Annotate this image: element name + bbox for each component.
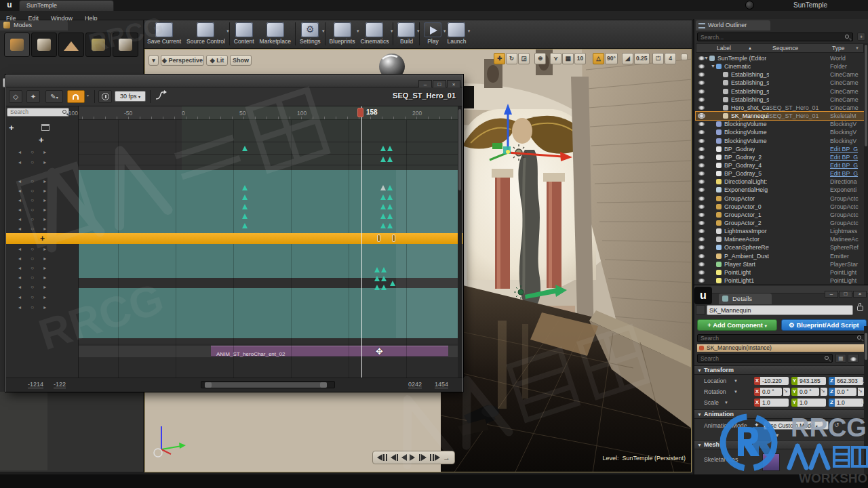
outliner-row-bp-godray[interactable]: BP_GodrayEdit BP_G (696, 145, 864, 153)
outliner-row-groupactor-2[interactable]: GroupActor_2GroupActc (696, 219, 864, 227)
outliner-row-establishing-s[interactable]: Establishing_sCineCame (696, 87, 864, 96)
visibility-eye-icon[interactable] (698, 205, 705, 209)
loop-button[interactable]: → (443, 453, 450, 462)
keyframe-options-icon[interactable]: ✦ (26, 90, 40, 103)
key-nav-buttons[interactable]: ◂ ○ ▸ (18, 216, 66, 223)
toolbar-marketplace-button[interactable]: Marketplace (260, 22, 291, 45)
sequencer-tracks-area[interactable]: ANIM_ST_heroChar_ent_02 ✥ (79, 120, 459, 378)
range-start-outer[interactable]: -1214 (28, 381, 43, 388)
keyframe-marker[interactable] (381, 285, 387, 290)
transform-section-header[interactable]: ▼Transform (694, 365, 868, 375)
key-nav-buttons[interactable]: ◂ ○ ▸ (18, 188, 66, 195)
visibility-eye-icon[interactable] (698, 237, 705, 241)
outliner-filter-icon[interactable]: + (857, 33, 865, 41)
toolbar-build-button[interactable]: Build▾ (397, 22, 415, 45)
keyframe-marker[interactable] (387, 214, 393, 219)
toolbar-launch-button[interactable]: Launch▾ (447, 22, 466, 45)
jump-to-start-button[interactable] (377, 453, 388, 462)
selected-keyframe[interactable] (377, 235, 380, 242)
toolbar-blueprints-button[interactable]: Blueprints▾ (330, 22, 355, 45)
sequencer-title-bar[interactable]: –□× (6, 75, 462, 87)
outliner-row-bp-godray-5[interactable]: BP_Godray_5Edit BP_G (696, 169, 864, 178)
keyframe-marker[interactable] (242, 204, 248, 209)
visibility-eye-icon[interactable] (698, 197, 705, 201)
lock-icon[interactable] (857, 306, 863, 311)
toolbar-settings-button[interactable]: Settings▾ (300, 22, 321, 45)
edit-blueprint-link[interactable]: Edit BP_G (830, 161, 868, 169)
outliner-column-headers[interactable]: Label ▲ Sequence Type ▼ (696, 43, 864, 53)
snap-toggle-icon[interactable] (67, 90, 85, 103)
outliner-row-groupactor-0[interactable]: GroupActor_0GroupActc (696, 203, 864, 211)
scrollbar-right-handle[interactable] (320, 382, 327, 388)
maximize-button[interactable]: □ (839, 291, 852, 298)
range-end-outer[interactable]: 1454 (435, 381, 448, 388)
lit-mode-button[interactable]: ◆ Lit (206, 55, 228, 66)
key-nav-buttons[interactable]: ◂ ○ ▸ (18, 246, 66, 253)
components-search-input[interactable] (697, 334, 865, 342)
outliner-row-pointlight1[interactable]: PointLight1PointLight (696, 277, 864, 285)
visibility-eye-icon[interactable] (698, 106, 705, 110)
selected-keyframe[interactable] (392, 235, 395, 242)
scrollbar-left-handle[interactable] (205, 382, 212, 388)
selected-track-row[interactable]: + (6, 233, 462, 244)
toolbar-source-control-button[interactable]: Source Control▾ (186, 22, 225, 45)
outliner-row-cinematic[interactable]: ▼CinematicFolder (696, 62, 864, 70)
world-space-icon[interactable]: ⊕ (534, 53, 546, 64)
outliner-search-input[interactable] (697, 33, 853, 41)
outliner-row-p-ambient-dust[interactable]: P_Ambient_DustEmitter (696, 252, 864, 260)
key-nav-buttons[interactable]: ◂ ○ ▸ (18, 178, 66, 185)
visibility-eye-icon[interactable] (698, 139, 705, 143)
dropdown-arrow-icon[interactable]: ▾ (322, 28, 325, 34)
add-subtrack-button[interactable]: + (39, 135, 44, 145)
add-track-button[interactable]: + (9, 123, 14, 133)
visibility-eye-icon[interactable] (698, 73, 705, 77)
location-x-field[interactable]: -10.220 (760, 377, 789, 385)
minimize-button[interactable]: – (825, 291, 838, 298)
range-start-inner[interactable]: -122 (54, 381, 66, 388)
scale-snap-icon[interactable]: ◢ (622, 53, 633, 64)
keyframe-marker[interactable] (387, 195, 393, 200)
edit-blueprint-link[interactable]: Edit BP_G (830, 153, 868, 161)
keyframe-marker[interactable] (242, 195, 248, 200)
step-back-button[interactable] (391, 453, 399, 462)
visibility-eye-icon[interactable] (698, 254, 705, 258)
surface-snap-icon[interactable]: ⋎ (550, 53, 561, 64)
visibility-eye-icon[interactable] (698, 64, 705, 68)
animation-clip[interactable]: ANIM_ST_heroChar_ent_02 (211, 346, 448, 357)
outliner-row-directionallight-[interactable]: DirectionalLight:Directiona (696, 178, 864, 186)
add-keyframe-icon[interactable]: ◇ (9, 90, 22, 103)
outliner-row-bp-godray-4[interactable]: BP_Godray_4Edit BP_G (696, 161, 864, 169)
outliner-row-hero-shot-ca[interactable]: Hero_shot_CaSEQ_ST_Hero_01CineCame (696, 104, 864, 112)
visibility-eye-icon[interactable] (698, 180, 705, 184)
blueprint-add-script-button[interactable]: ⚙ Blueprint/Add Script (781, 319, 867, 331)
keyframe-marker[interactable] (381, 276, 387, 281)
keyframe-marker[interactable] (374, 276, 380, 281)
outliner-row-establishing-s[interactable]: Establishing_sCineCame (696, 79, 864, 87)
snap-dropdown-arrow[interactable]: ▾ (87, 93, 89, 98)
fps-dropdown[interactable]: 30 fps ▾ (115, 91, 146, 102)
scale-snap-value[interactable]: 0.25 (634, 53, 650, 64)
outliner-scrollbar[interactable] (864, 43, 868, 285)
outliner-row-sk-mannequin[interactable]: SK_MannequinSEQ_ST_Hero_01SkeletalM (696, 112, 864, 120)
rotation-x-field[interactable]: 0.0 ° (760, 388, 782, 396)
edit-blueprint-link[interactable]: Edit BP_G (830, 169, 868, 178)
mode-landscape-icon[interactable] (58, 33, 84, 57)
mode-foliage-icon[interactable] (85, 33, 111, 57)
outliner-row-establishing-s[interactable]: Establishing_sCineCame (696, 96, 864, 104)
dropdown-arrow-icon[interactable]: ▾ (417, 28, 420, 34)
key-nav-buttons[interactable]: ◂ ○ ▸ (18, 294, 66, 301)
keyframe-marker[interactable] (374, 285, 380, 290)
visibility-eye-icon[interactable] (698, 262, 705, 266)
keyframe-marker[interactable] (380, 195, 386, 200)
play-button[interactable] (410, 453, 415, 462)
rotate-tool-button[interactable]: ↻ (506, 53, 517, 64)
step-forward-button[interactable] (418, 453, 427, 462)
outliner-row-pointlight[interactable]: PointLightPointLight (696, 268, 864, 277)
dropdown-arrow-icon[interactable]: ▾ (357, 28, 359, 34)
location-z-field[interactable]: 662.303 (835, 377, 863, 385)
keyframe-marker[interactable] (380, 204, 386, 209)
visibility-eye-icon[interactable] (698, 213, 705, 217)
angle-snap-icon[interactable]: △ (593, 53, 604, 64)
scale-tool-button[interactable]: ◲ (518, 53, 530, 64)
key-nav-buttons[interactable]: ◂ ○ ▸ (18, 159, 66, 166)
